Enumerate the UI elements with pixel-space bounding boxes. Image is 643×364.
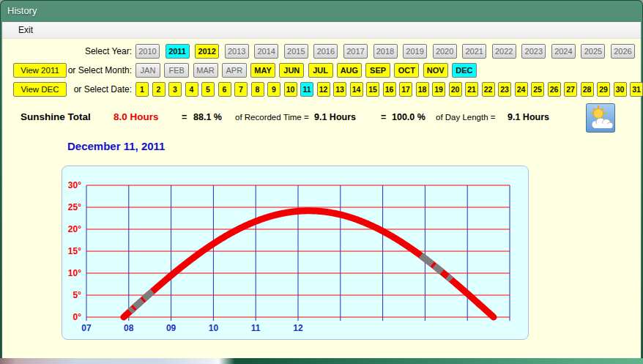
y-axis-tick-label: 30° — [68, 180, 81, 190]
date-button-17[interactable]: 17 — [399, 82, 412, 97]
date-button-12[interactable]: 12 — [317, 82, 330, 97]
month-button-MAY[interactable]: MAY — [250, 63, 275, 78]
month-button-OCT[interactable]: OCT — [394, 63, 419, 78]
year-button-2024[interactable]: 2024 — [551, 44, 576, 59]
chart-panel: 0°5°10°15°20°25°30°070809101112 — [62, 166, 529, 340]
date-button-20[interactable]: 20 — [449, 82, 462, 97]
date-button-7[interactable]: 7 — [234, 82, 248, 97]
year-button-2016[interactable]: 2016 — [313, 44, 338, 59]
year-button-2022[interactable]: 2022 — [492, 44, 516, 59]
date-button-30[interactable]: 30 — [614, 82, 627, 97]
month-button-AUG[interactable]: AUG — [337, 63, 362, 78]
sunshine-hours-value: 8.0 Hours — [114, 111, 159, 122]
date-button-15[interactable]: 15 — [366, 82, 379, 97]
y-axis-tick-label: 5° — [73, 290, 82, 300]
menubar: Exit — [2, 22, 641, 39]
date-button-26[interactable]: 26 — [548, 82, 561, 97]
month-button-SEP[interactable]: SEP — [365, 63, 390, 78]
year-button-2026[interactable]: 2026 — [611, 44, 635, 59]
date-button-23[interactable]: 23 — [498, 82, 511, 97]
year-button-row: 2010201120122013201420152016201720182019… — [135, 44, 635, 59]
month-button-row: JANFEBMARAPRMAYJUNJULAUGSEPOCTNOVDEC — [135, 63, 477, 78]
year-button-2021[interactable]: 2021 — [462, 44, 486, 59]
date-button-14[interactable]: 14 — [350, 82, 363, 97]
month-button-JAN[interactable]: JAN — [135, 63, 160, 78]
date-button-28[interactable]: 28 — [581, 82, 594, 97]
year-button-2018[interactable]: 2018 — [373, 44, 398, 59]
date-button-22[interactable]: 22 — [482, 82, 495, 97]
month-button-FEB[interactable]: FEB — [164, 63, 189, 78]
year-button-2014[interactable]: 2014 — [254, 44, 278, 59]
month-button-DEC[interactable]: DEC — [452, 63, 477, 78]
select-year-label: Select Year: — [15, 44, 132, 59]
menu-item-exit[interactable]: Exit — [12, 23, 40, 37]
date-button-1[interactable]: 1 — [135, 82, 149, 97]
date-button-24[interactable]: 24 — [515, 82, 528, 97]
select-date-label: or Select Date: — [15, 82, 132, 97]
day-length-label: of Day Length = — [436, 113, 496, 122]
date-button-6[interactable]: 6 — [218, 82, 231, 97]
date-button-3[interactable]: 3 — [168, 82, 182, 97]
equals-sign: = — [182, 112, 187, 122]
year-button-2015[interactable]: 2015 — [284, 44, 308, 59]
date-button-31[interactable]: 31 — [630, 82, 643, 97]
date-button-29[interactable]: 29 — [597, 82, 610, 97]
cloudy-segment — [421, 256, 433, 264]
month-button-JUL[interactable]: JUL — [308, 63, 333, 78]
date-button-8[interactable]: 8 — [251, 82, 264, 97]
recorded-hours-value: 9.1 Hours — [314, 112, 356, 122]
cloudy-segment — [144, 291, 153, 299]
date-button-11[interactable]: 11 — [300, 82, 313, 97]
cloudy-segment — [447, 277, 451, 280]
date-button-27[interactable]: 27 — [564, 82, 577, 97]
x-axis-tick-label: 08 — [124, 323, 134, 333]
select-month-label: or Select Month: — [15, 63, 132, 78]
date-button-13[interactable]: 13 — [333, 82, 346, 97]
year-button-2025[interactable]: 2025 — [581, 44, 605, 59]
date-button-25[interactable]: 25 — [531, 82, 544, 97]
cloudy-segment — [434, 266, 442, 272]
year-button-2011[interactable]: 2011 — [166, 44, 190, 59]
date-button-16[interactable]: 16 — [383, 82, 396, 97]
titlebar: History — [0, 0, 643, 22]
year-button-2019[interactable]: 2019 — [403, 44, 427, 59]
date-button-21[interactable]: 21 — [465, 82, 478, 97]
sunshine-total-label: Sunshine Total — [21, 111, 91, 122]
recorded-time-label: of Recorded Time = — [235, 113, 309, 122]
window-title: History — [7, 5, 37, 16]
date-button-18[interactable]: 18 — [416, 82, 429, 97]
x-axis-tick-label: 10 — [209, 323, 219, 333]
year-button-2020[interactable]: 2020 — [433, 44, 457, 59]
date-button-4[interactable]: 4 — [185, 82, 198, 97]
y-axis-tick-label: 25° — [68, 202, 81, 212]
x-axis-tick-label: 09 — [166, 323, 176, 333]
month-button-NOV[interactable]: NOV — [423, 63, 448, 78]
year-button-2012[interactable]: 2012 — [195, 44, 219, 59]
month-button-JUN[interactable]: JUN — [279, 63, 304, 78]
year-button-2023[interactable]: 2023 — [521, 44, 546, 59]
day-hours-value: 9.1 Hours — [508, 112, 549, 122]
y-axis-tick-label: 0° — [73, 312, 82, 322]
date-button-9[interactable]: 9 — [267, 82, 280, 97]
date-button-5[interactable]: 5 — [201, 82, 215, 97]
date-button-10[interactable]: 10 — [284, 82, 297, 97]
month-button-MAR[interactable]: MAR — [193, 63, 218, 78]
y-axis-tick-label: 20° — [68, 224, 81, 234]
equals-sign: = — [381, 112, 386, 122]
x-axis-tick-label: 11 — [251, 323, 261, 333]
percent-recorded-value: 88.1 % — [193, 112, 222, 122]
sun-cloud-icon — [586, 103, 615, 133]
date-button-19[interactable]: 19 — [432, 82, 445, 97]
cloudy-segment — [130, 309, 133, 312]
x-axis-tick-label: 07 — [81, 323, 92, 333]
month-button-APR[interactable]: APR — [222, 63, 247, 78]
year-button-2010[interactable]: 2010 — [135, 44, 160, 59]
y-axis-tick-label: 10° — [68, 268, 81, 278]
year-button-2013[interactable]: 2013 — [225, 44, 249, 59]
date-button-row: 1234567891011121314151617181920212223242… — [135, 82, 643, 97]
year-button-2017[interactable]: 2017 — [343, 44, 368, 59]
x-axis-tick-label: 12 — [293, 323, 303, 333]
cloudy-segment — [135, 300, 142, 307]
date-button-2[interactable]: 2 — [152, 82, 166, 97]
percent-day-value: 100.0 % — [392, 112, 425, 122]
